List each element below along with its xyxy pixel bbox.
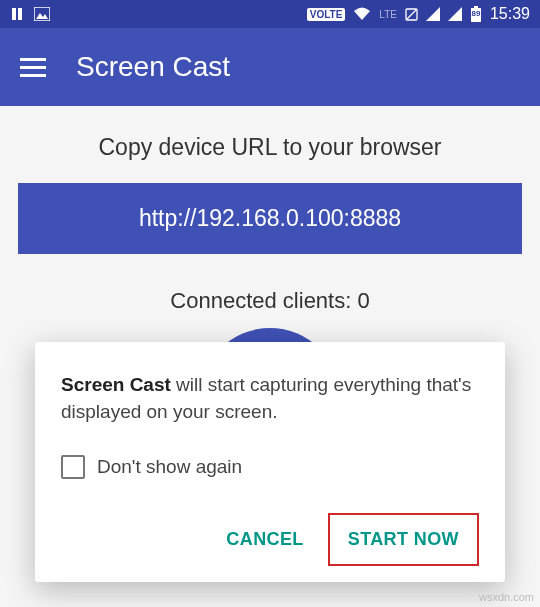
connected-clients: Connected clients: 0 — [18, 288, 522, 314]
svg-rect-8 — [474, 6, 478, 8]
lte-label: LTE — [379, 9, 397, 20]
clock: 15:39 — [490, 5, 530, 23]
wifi-icon — [353, 7, 371, 21]
dialog-actions: CANCEL START NOW — [61, 513, 479, 566]
svg-line-5 — [407, 10, 416, 19]
device-url[interactable]: http://192.168.0.100:8888 — [18, 183, 522, 254]
watermark: wsxdn.com — [479, 591, 534, 603]
pause-icon — [10, 7, 24, 21]
instruction-text: Copy device URL to your browser — [18, 134, 522, 161]
start-now-button[interactable]: START NOW — [328, 513, 479, 566]
image-icon — [34, 7, 50, 21]
dialog-app-name: Screen Cast — [61, 374, 171, 395]
cancel-button[interactable]: CANCEL — [208, 515, 321, 564]
permission-dialog: Screen Cast will start capturing everyth… — [35, 342, 505, 582]
battery-icon: 89 — [470, 6, 482, 22]
appbar: Screen Cast — [0, 28, 540, 106]
svg-marker-6 — [426, 7, 440, 21]
statusbar: VOLTE LTE 89 15:39 — [0, 0, 540, 28]
dont-show-checkbox[interactable] — [61, 455, 85, 479]
menu-icon[interactable] — [20, 58, 46, 77]
svg-rect-1 — [18, 8, 22, 20]
dont-show-label: Don't show again — [97, 456, 242, 478]
volte-badge: VOLTE — [307, 8, 346, 21]
signal-icon-2 — [448, 7, 462, 21]
signal-icon-1 — [426, 7, 440, 21]
svg-marker-3 — [36, 13, 48, 19]
no-sim-icon — [405, 7, 418, 21]
svg-rect-0 — [12, 8, 16, 20]
dialog-message: Screen Cast will start capturing everyth… — [61, 372, 479, 425]
svg-marker-7 — [448, 7, 462, 21]
page-title: Screen Cast — [76, 51, 230, 83]
